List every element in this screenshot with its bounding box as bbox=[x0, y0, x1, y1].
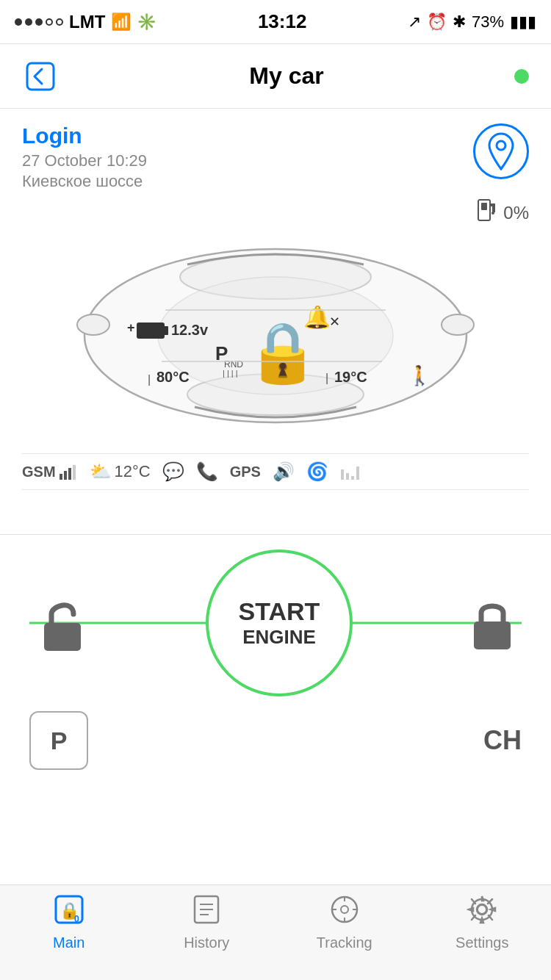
bluetooth-icon: ✱ bbox=[453, 12, 466, 32]
svg-rect-0 bbox=[27, 63, 54, 90]
tab-settings[interactable]: Settings bbox=[414, 894, 552, 951]
svg-text:RND: RND bbox=[224, 359, 243, 370]
signal-dot-1 bbox=[15, 18, 22, 26]
svg-rect-35 bbox=[356, 466, 359, 480]
wifi-icon: 📶 bbox=[111, 12, 131, 32]
svg-text:+: + bbox=[127, 320, 135, 335]
controls-section: START ENGINE P CH bbox=[0, 535, 551, 770]
tab-main[interactable]: 🔒 0 Main bbox=[0, 894, 138, 951]
battery-label: 73% bbox=[472, 12, 504, 32]
parking-button[interactable]: P bbox=[29, 711, 88, 770]
gps-status: GPS bbox=[230, 464, 261, 480]
svg-rect-3 bbox=[481, 203, 487, 210]
status-icons-row: GSM ⛅ 12°C 💬 📞 GPS 🔊 🌀 bbox=[22, 453, 529, 490]
channel-label: CH bbox=[483, 725, 522, 755]
weather-temp: 12°C bbox=[115, 462, 151, 481]
lock-button[interactable] bbox=[463, 594, 522, 652]
sound-status: 🔊 bbox=[273, 461, 295, 482]
signal-dot-3 bbox=[35, 18, 43, 26]
battery-icon: ▮▮▮ bbox=[510, 12, 536, 32]
svg-rect-13 bbox=[164, 326, 168, 335]
back-button[interactable] bbox=[22, 58, 59, 95]
tab-main-label: Main bbox=[53, 934, 84, 951]
svg-text:0: 0 bbox=[74, 914, 79, 924]
location-active-icon: ↗ bbox=[408, 12, 421, 32]
call-status: 📞 bbox=[196, 461, 218, 482]
car-diagram: + 12.3v 🔔 ✕ 🔒 P RND | | | | | 80°C | 19°… bbox=[22, 233, 529, 439]
controls-main-row: START ENGINE bbox=[29, 550, 522, 696]
nav-bar: My car bbox=[0, 44, 551, 109]
signal-bars-status bbox=[340, 464, 359, 480]
tab-tracking-label: Tracking bbox=[317, 934, 372, 951]
svg-text:| | | |: | | | | bbox=[223, 369, 238, 378]
status-left: LMT 📶 ✳️ bbox=[15, 12, 156, 32]
svg-rect-34 bbox=[351, 476, 354, 480]
svg-rect-30 bbox=[68, 468, 71, 480]
login-date: 27 October 10:29 bbox=[22, 151, 147, 170]
svg-point-1 bbox=[497, 141, 505, 150]
location-icon-button[interactable] bbox=[473, 123, 529, 179]
sms-status: 💬 bbox=[162, 461, 184, 482]
svg-rect-12 bbox=[137, 323, 164, 338]
status-right: ↗ ⏰ ✱ 73% ▮▮▮ bbox=[408, 12, 536, 32]
signal-dot-2 bbox=[25, 18, 32, 26]
svg-rect-33 bbox=[346, 473, 349, 480]
gsm-label: GSM bbox=[22, 464, 56, 480]
svg-text:19°C: 19°C bbox=[334, 369, 367, 385]
tab-tracking[interactable]: Tracking bbox=[276, 894, 414, 951]
weather-status: ⛅ 12°C bbox=[90, 461, 151, 482]
fuel-row: 0% bbox=[22, 198, 529, 227]
fuel-icon bbox=[477, 198, 497, 227]
tab-settings-icon bbox=[467, 894, 497, 932]
tab-main-icon: 🔒 0 bbox=[54, 894, 84, 932]
svg-text:✕: ✕ bbox=[329, 314, 340, 329]
controls-bottom-row: P CH bbox=[29, 711, 522, 770]
brightness-icon: ✳️ bbox=[137, 12, 156, 32]
svg-text:|: | bbox=[325, 372, 328, 384]
weather-icon: ⛅ bbox=[90, 461, 112, 482]
call-icon: 📞 bbox=[196, 461, 218, 482]
svg-rect-28 bbox=[60, 474, 62, 480]
svg-text:🚶: 🚶 bbox=[408, 364, 432, 387]
tab-history[interactable]: History bbox=[138, 894, 276, 951]
tab-history-icon bbox=[191, 894, 222, 932]
page-title: My car bbox=[249, 62, 323, 90]
carrier-label: LMT bbox=[69, 12, 105, 32]
fan-icon: 🌀 bbox=[306, 461, 328, 482]
svg-point-53 bbox=[478, 905, 486, 914]
svg-rect-36 bbox=[44, 623, 81, 651]
svg-point-9 bbox=[77, 314, 109, 335]
login-location: Киевское шоссе bbox=[22, 172, 147, 191]
channel-button[interactable]: CH bbox=[483, 725, 522, 756]
status-bar: LMT 📶 ✳️ 13:12 ↗ ⏰ ✱ 73% ▮▮▮ bbox=[0, 0, 551, 44]
tab-settings-label: Settings bbox=[455, 934, 508, 951]
fan-status: 🌀 bbox=[306, 461, 328, 482]
alarm-icon: ⏰ bbox=[427, 12, 447, 32]
signal-dot-5 bbox=[56, 18, 63, 26]
engine-label: ENGINE bbox=[242, 626, 316, 649]
login-text-block: Login 27 October 10:29 Киевское шоссе bbox=[22, 123, 147, 191]
unlock-button[interactable] bbox=[29, 594, 96, 652]
svg-text:80°C: 80°C bbox=[156, 369, 190, 385]
svg-point-50 bbox=[341, 906, 348, 913]
sms-icon: 💬 bbox=[162, 461, 184, 482]
svg-rect-31 bbox=[73, 465, 76, 480]
fuel-percentage: 0% bbox=[503, 203, 529, 223]
sound-icon: 🔊 bbox=[273, 461, 295, 482]
svg-rect-37 bbox=[474, 621, 511, 649]
connection-indicator bbox=[514, 69, 529, 84]
login-label[interactable]: Login bbox=[22, 123, 147, 148]
parking-label: P bbox=[51, 727, 68, 755]
svg-rect-29 bbox=[64, 471, 67, 480]
tab-bar: 🔒 0 Main History bbox=[0, 884, 551, 980]
gps-label: GPS bbox=[230, 464, 261, 480]
svg-rect-32 bbox=[341, 469, 344, 480]
tab-tracking-icon bbox=[329, 894, 360, 932]
start-engine-button[interactable]: START ENGINE bbox=[206, 550, 353, 696]
svg-text:|: | bbox=[148, 373, 151, 386]
svg-point-10 bbox=[442, 314, 474, 335]
signal-dot-4 bbox=[46, 18, 53, 26]
start-label: START bbox=[239, 597, 320, 626]
svg-text:🔒: 🔒 bbox=[246, 317, 320, 387]
tab-history-label: History bbox=[184, 934, 229, 951]
